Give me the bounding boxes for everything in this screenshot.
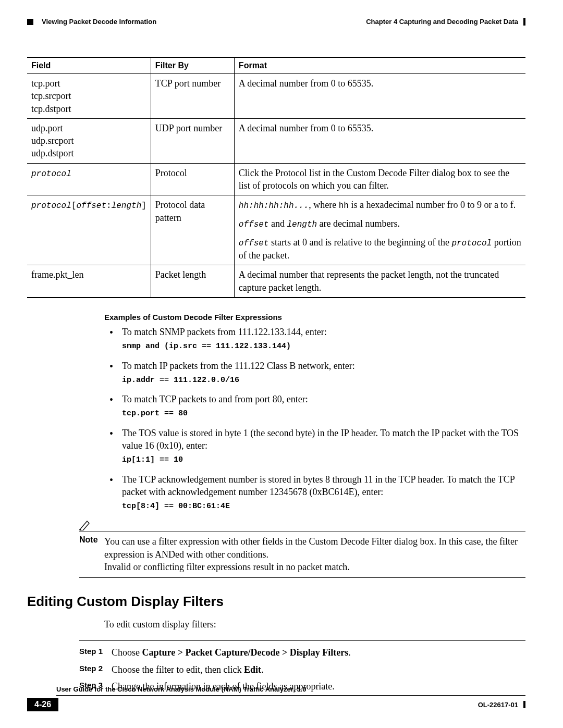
t: protocol xyxy=(31,201,71,211)
t: starts at 0 and is relative to the begin… xyxy=(268,237,451,248)
example-code: tcp.port == 80 xyxy=(122,409,525,419)
t: ] xyxy=(141,201,146,211)
step-text: Choose the filter to edit, then click Ed… xyxy=(112,663,263,676)
note-label: Note xyxy=(79,535,104,573)
field-val: tcp.dstport xyxy=(31,104,71,114)
field-val: udp.port xyxy=(31,123,63,133)
step-label: Step 2 xyxy=(79,663,112,676)
t: Edit xyxy=(244,664,261,675)
step-row: Step 1 Choose Capture > Packet Capture/D… xyxy=(79,646,525,659)
t: Choose the filter to edit, then click xyxy=(112,664,244,675)
example-code: snmp and (ip.src == 111.122.133.144) xyxy=(122,341,525,352)
t: protocol xyxy=(451,239,492,248)
page-content: Viewing Packet Decode Information Chapte… xyxy=(0,0,563,693)
example-text: The TCP acknowledgement number is stored… xyxy=(122,474,515,497)
header-right: Chapter 4 Capturing and Decoding Packet … xyxy=(366,18,525,26)
th-field: Field xyxy=(27,57,151,74)
t: is a hexadecimal number fro 0 to 9 or a … xyxy=(349,200,516,210)
t: hh:hh:hh:hh... xyxy=(239,201,309,211)
t: . xyxy=(348,647,351,658)
header-chapter: Chapter 4 Capturing and Decoding Packet … xyxy=(366,18,518,26)
list-item: To match IP packets from the 111.122 Cla… xyxy=(104,360,525,386)
cell-filterby: UDP port number xyxy=(151,118,234,163)
example-code: ip[1:1] == 10 xyxy=(122,455,525,465)
th-format: Format xyxy=(234,57,525,74)
example-code: tcp[8:4] == 00:BC:61:4E xyxy=(122,501,525,512)
t: length xyxy=(287,220,317,229)
note-line: You can use a filter expression with oth… xyxy=(104,536,518,559)
t: offset xyxy=(76,201,106,211)
header-marker-icon xyxy=(27,19,33,25)
field-val: protocol xyxy=(31,169,71,179)
list-item: To match TCP packets to and from port 80… xyxy=(104,393,525,419)
step-text: Choose Capture > Packet Capture/Decode >… xyxy=(112,646,351,659)
example-text: To match SNMP packets from 111.122.133.1… xyxy=(122,327,327,337)
main-content: Field Filter By Format tcp.port tcp.srcp… xyxy=(27,57,525,693)
t: : xyxy=(106,201,112,211)
cell-field: protocol[offset:length] xyxy=(27,195,151,265)
footer-title: User Guide for the Cisco Network Analysi… xyxy=(56,685,306,693)
header-section-title: Viewing Packet Decode Information xyxy=(42,18,156,26)
field-val: tcp.port xyxy=(31,78,60,89)
list-item: The TOS value is stored in byte 1 (the s… xyxy=(104,427,525,466)
cell-field: protocol xyxy=(27,163,151,195)
footer-code-text: OL-22617-01 xyxy=(478,701,518,709)
note-body: Note You can use a filter expression wit… xyxy=(79,532,525,578)
example-code: ip.addr == 111.122.0.0/16 xyxy=(122,375,525,386)
t: [ xyxy=(71,201,77,211)
pencil-icon xyxy=(79,519,525,530)
section-heading: Editing Custom Display Filters xyxy=(27,594,525,610)
examples-heading: Examples of Custom Decode Filter Express… xyxy=(104,313,525,322)
th-filterby: Filter By xyxy=(151,57,234,74)
cell-field: udp.port udp.srcport udp.dstport xyxy=(27,118,151,163)
step-row: Step 2 Choose the filter to edit, then c… xyxy=(79,663,525,676)
header-bar-icon xyxy=(523,18,525,26)
table-row: udp.port udp.srcport udp.dstport UDP por… xyxy=(27,118,525,163)
page-footer: User Guide for the Cisco Network Analysi… xyxy=(27,683,525,711)
cell-format: A decimal number from 0 to 65535. xyxy=(234,74,525,119)
header-left: Viewing Packet Decode Information xyxy=(27,18,156,26)
note-block: Note You can use a filter expression wit… xyxy=(79,519,525,578)
field-val: udp.srcport xyxy=(31,135,74,146)
footer-bar-icon xyxy=(523,701,525,708)
page-header: Viewing Packet Decode Information Chapte… xyxy=(27,18,525,26)
t: length xyxy=(112,201,142,211)
cell-field: frame.pkt_len xyxy=(27,265,151,298)
list-item: To match SNMP packets from 111.122.133.1… xyxy=(104,326,525,352)
t: offset xyxy=(239,220,269,229)
example-text: To match TCP packets to and from port 80… xyxy=(122,394,308,404)
field-val: udp.dstport xyxy=(31,148,74,158)
examples-list: To match SNMP packets from 111.122.133.1… xyxy=(104,326,525,512)
t: and xyxy=(268,218,287,229)
t: offset xyxy=(239,239,269,248)
filter-table: Field Filter By Format tcp.port tcp.srcp… xyxy=(27,57,525,298)
section-intro: To edit custom display filters: xyxy=(104,619,525,630)
cell-format: A decimal number from 0 to 65535. xyxy=(234,118,525,163)
list-item: The TCP acknowledgement number is stored… xyxy=(104,473,525,512)
footer-title-wrap: User Guide for the Cisco Network Analysi… xyxy=(56,683,525,696)
t: are decimal numbers. xyxy=(317,218,400,229)
t: . xyxy=(261,664,264,675)
table-row: frame.pkt_len Packet length A decimal nu… xyxy=(27,265,525,298)
note-line: Invalid or conflicting filter expression… xyxy=(104,562,350,572)
cell-filterby: Packet length xyxy=(151,265,234,298)
page-number-badge: 4-26 xyxy=(27,698,58,711)
t: Choose xyxy=(112,647,142,658)
t: , where xyxy=(309,200,338,210)
cell-field: tcp.port tcp.srcport tcp.dstport xyxy=(27,74,151,119)
t: Capture > Packet Capture/Decode > Displa… xyxy=(142,647,349,658)
cell-filterby: Protocol xyxy=(151,163,234,195)
t: hh xyxy=(339,201,349,211)
table-row: protocol[offset:length] Protocol data pa… xyxy=(27,195,525,265)
cell-format: Click the Protocol list in the Custom De… xyxy=(234,163,525,195)
table-row: protocol Protocol Click the Protocol lis… xyxy=(27,163,525,195)
cell-format: hh:hh:hh:hh..., where hh is a hexadecima… xyxy=(234,195,525,265)
footer-code: OL-22617-01 xyxy=(478,701,525,709)
cell-filterby: Protocol data pattern xyxy=(151,195,234,265)
field-val: tcp.srcport xyxy=(31,91,71,101)
footer-bottom: 4-26 OL-22617-01 xyxy=(27,698,525,711)
example-text: To match IP packets from the 111.122 Cla… xyxy=(122,361,355,371)
table-row: tcp.port tcp.srcport tcp.dstport TCP por… xyxy=(27,74,525,119)
note-text: You can use a filter expression with oth… xyxy=(104,535,525,573)
example-text: The TOS value is stored in byte 1 (the s… xyxy=(122,428,519,451)
